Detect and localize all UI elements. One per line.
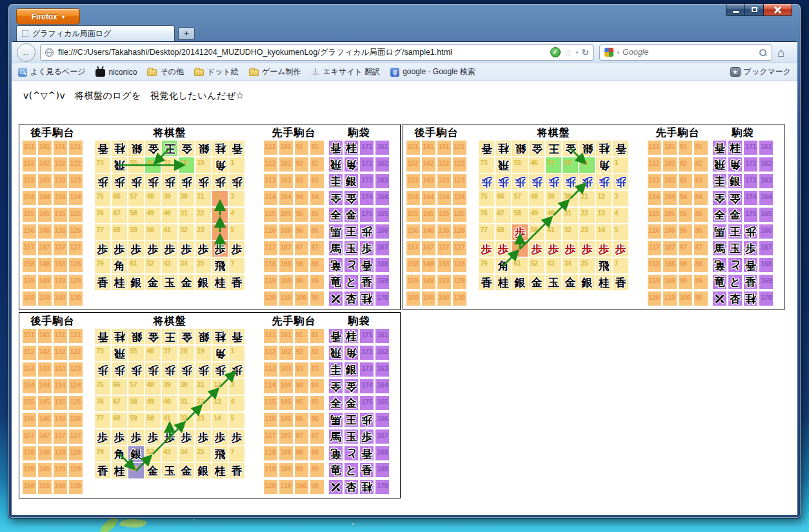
sente-stand-cell: 101 — [279, 141, 293, 155]
sente-stand-cell-number: 89 — [695, 277, 702, 285]
search-icon[interactable] — [759, 48, 767, 57]
gote-stand-cell: 151 — [23, 329, 36, 343]
sente-stand-cell-number: 114 — [648, 193, 659, 201]
board-cell: 銀 — [195, 141, 211, 156]
board-cell: 歩 — [212, 362, 228, 378]
board-cell: 歩 — [195, 362, 211, 378]
sente-stand-cell-number: 97 — [679, 243, 686, 251]
board-cell: 61 — [512, 258, 528, 273]
gote-stand-cell: 134 — [54, 191, 67, 205]
sente-stand-cell-number: 99 — [679, 277, 686, 285]
board-cell-number: 31 — [180, 397, 187, 406]
gote-stand-cell: 149 — [422, 275, 435, 289]
bookmark-item[interactable]: niconico — [95, 68, 137, 77]
gote-stand-cell-number: 153 — [23, 176, 34, 184]
bag-piece-sente: 杏 — [346, 482, 357, 493]
url-dropdown-icon[interactable]: ▾ — [575, 50, 578, 55]
shogi-piece-sente: 玉 — [165, 466, 175, 477]
bookmark-item[interactable]: ggoogle - Google 検索 — [390, 66, 475, 77]
shogi-piece-sente: 歩 — [148, 432, 159, 443]
bookmark-item[interactable]: ゲーム制作 — [249, 66, 301, 77]
board-grid: 香桂銀金王金銀桂香73飛5546372819角1歩歩歩歩歩歩歩歩歩7566574… — [95, 329, 245, 478]
sente-stand-cell: 85 — [310, 396, 324, 410]
piece-bag-grid: 香桂171161飛角172162圭銀173163全金174164全金175165… — [329, 329, 389, 494]
board-cell-number: 3 — [230, 380, 234, 389]
board-cell-number: 73 — [480, 159, 487, 167]
board-cell: 58 — [128, 396, 144, 411]
gote-stand-cell-number: 150 — [423, 293, 434, 302]
back-button[interactable]: ← — [17, 43, 35, 62]
board-cell: 21 — [579, 191, 595, 206]
search-engine-dropdown-icon[interactable]: ▾ — [617, 50, 619, 55]
bookmark-item[interactable]: ドット絵 — [194, 66, 239, 77]
bag-cell-number: 163 — [761, 176, 772, 184]
bag-piece-gote: と — [730, 260, 741, 271]
search-input[interactable] — [623, 48, 755, 57]
bag-cell: 全 — [713, 191, 726, 205]
sente-stand-cell: 107 — [279, 241, 293, 255]
bookmarks-menu-button[interactable]: ★ ブックマーク — [730, 66, 791, 77]
board-cell: 34 — [563, 258, 578, 273]
gote-stand-cell-number: 124 — [454, 193, 464, 201]
shogi-piece-sente: 桂 — [215, 277, 226, 288]
board-cell: 歩 — [179, 362, 194, 378]
board-cell: 桂 — [212, 275, 228, 290]
board-cell-number: 4 — [230, 209, 234, 217]
bookmarks-menu-label: ブックマーク — [744, 66, 791, 77]
wallpaper-sparkle — [352, 523, 354, 525]
sente-stand-cell: 83 — [310, 174, 324, 188]
maximize-button[interactable] — [745, 4, 763, 16]
bookmark-star-icon[interactable]: ☆ — [564, 48, 572, 57]
sente-stand-cell: 109 — [663, 275, 677, 289]
sente-stand-cell: 98 — [295, 446, 308, 460]
gote-stand-cell-number: 146 — [39, 415, 50, 423]
bag-cell-number: 166 — [377, 226, 388, 235]
board-cell: 79 — [95, 258, 110, 273]
sente-stand-cell-number: 110 — [664, 293, 675, 302]
sente-stand-cell-number: 113 — [265, 176, 275, 184]
sente-stand-cell-number: 101 — [280, 143, 291, 151]
search-box[interactable]: ▾ — [599, 44, 772, 61]
bookmark-item[interactable]: その他 — [147, 66, 184, 77]
bag-piece-gote: 桂 — [361, 482, 372, 493]
tab-kyokumen-log[interactable]: グラフィカル局面ログ — [16, 25, 175, 41]
gote-stand-cell: 145 — [422, 208, 435, 222]
bag-cell: 175 — [360, 396, 374, 410]
new-tab-button[interactable]: + — [178, 27, 195, 40]
firefox-menu-button[interactable]: Firefox ▾ — [16, 8, 80, 25]
sente-stand-cell: 95 — [295, 208, 308, 222]
board-cell: 22 — [195, 208, 211, 223]
board-cell-number: 7 — [230, 259, 234, 268]
board-cell: 王 — [162, 141, 177, 156]
close-button[interactable] — [763, 4, 792, 16]
sente-stand-cell-number: 109 — [280, 277, 291, 285]
board-cell-number: 77 — [96, 226, 103, 234]
shogi-piece-gote: 香 — [481, 143, 492, 154]
gote-stand-cell: 137 — [437, 241, 451, 255]
gote-stand-cell: 144 — [38, 379, 52, 393]
board-cell: 王 — [546, 141, 561, 156]
gote-stand-cell-number: 128 — [70, 260, 81, 268]
sente-stand-cell-number: 101 — [664, 143, 675, 151]
board-cell-number: 43 — [163, 259, 170, 268]
board-cell-number: 46 — [146, 347, 154, 355]
board-cell: 歩 — [162, 241, 177, 257]
sente-stand-cell: 114 — [648, 191, 661, 205]
bag-piece-gote: 香 — [361, 260, 372, 271]
gote-stand-cell-number: 129 — [454, 277, 464, 285]
sente-stand: 先手駒台111101918111210292821131039383114104… — [264, 126, 324, 310]
gote-stand-cell-number: 147 — [423, 243, 434, 251]
reload-icon[interactable]: ↻ — [581, 47, 589, 57]
gote-stand-cell: 159 — [23, 463, 36, 477]
url-input[interactable] — [58, 48, 546, 57]
home-icon[interactable]: ⌂ — [777, 46, 784, 59]
board-cell: 銀 — [579, 275, 595, 290]
shogi-piece-sente: 金 — [181, 466, 192, 477]
bookmark-item[interactable]: よく見るページ — [18, 66, 85, 77]
gote-stand-cell-number: 146 — [423, 226, 434, 235]
bookmark-item[interactable]: エキサイト 翻訳 — [311, 66, 380, 77]
minimize-button[interactable] — [726, 4, 745, 16]
shogi-piece-sente: 香 — [232, 466, 243, 477]
url-bar[interactable]: ✓ ☆ ▾ ↻ — [40, 44, 594, 61]
board-cell: 68 — [112, 224, 127, 240]
